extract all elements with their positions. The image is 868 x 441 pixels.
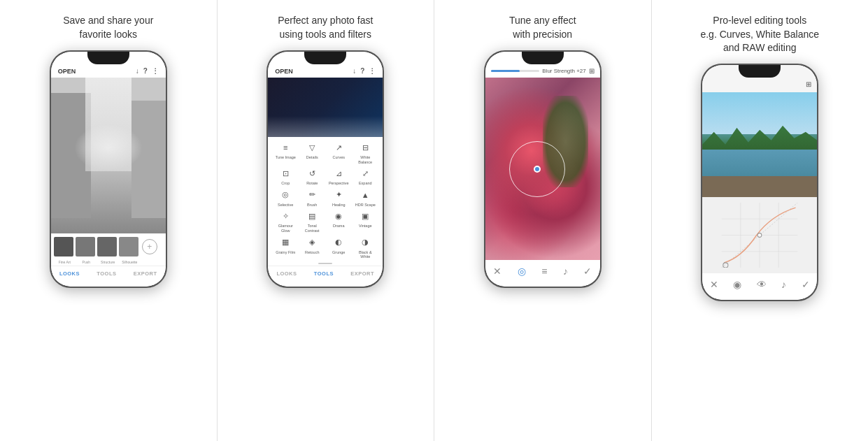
svg-point-8 — [723, 263, 728, 268]
tool-tune-image[interactable]: ≡ Tune Image — [273, 141, 297, 164]
grunge-label: Grunge — [332, 250, 345, 255]
phone4-screen: ⊞ — [702, 65, 817, 300]
adjust-icon[interactable]: ◎ — [518, 266, 526, 277]
selective-label: Selective — [278, 203, 293, 208]
tune-icon[interactable]: ≡ — [541, 266, 547, 277]
details-label: Details — [306, 155, 318, 160]
panel1-title: Save and share your favorite looks — [63, 14, 153, 42]
tonal-icon: ▤ — [304, 210, 320, 222]
topbar-icons: ↓ ? ⋮ — [136, 67, 159, 75]
tool-white-balance[interactable]: ⊟ White Balance — [353, 141, 377, 164]
cancel-icon[interactable]: ✕ — [493, 266, 501, 277]
thumb-1[interactable] — [54, 237, 73, 256]
tool-grunge[interactable]: ◐ Grunge — [327, 236, 350, 259]
crop-icon: ⊡ — [278, 167, 293, 180]
details-icon: ▽ — [304, 141, 320, 154]
rotate-label: Rotate — [306, 181, 318, 186]
compare-icon-4[interactable]: ⊞ — [806, 80, 811, 88]
curves-label: Curves — [333, 155, 345, 160]
nav2-looks[interactable]: LOOKS — [276, 270, 297, 277]
download-icon: ↓ — [136, 67, 139, 75]
panel3-title: Tune any effect with precision — [509, 14, 576, 42]
thumb-3[interactable] — [97, 237, 117, 256]
strength-label: Blur Strength +27 — [542, 68, 585, 74]
glamour-label: Glamour Glow — [273, 224, 297, 233]
tool-expand[interactable]: ⤢ Expand — [353, 167, 377, 186]
tool-brush[interactable]: ✏ Brush — [300, 189, 324, 208]
thumbnail-strip: + — [51, 233, 166, 260]
tool-crop[interactable]: ⊡ Crop — [273, 167, 297, 186]
panel-tune: Tune any effect with precision Blur Stre… — [434, 0, 652, 441]
photo-rocks — [702, 176, 817, 197]
healing-label: Healing — [332, 203, 346, 208]
label-structure: Structure — [97, 260, 119, 264]
confirm-icon[interactable]: ✓ — [583, 266, 592, 277]
panel2-title: Perfect any photo fast using tools and f… — [278, 14, 373, 42]
tool-curves[interactable]: ↗ Curves — [327, 141, 350, 164]
tool-grainy-film[interactable]: ▦ Grainy Film — [273, 236, 297, 259]
open-label-2: OPEN — [275, 68, 293, 75]
slider-bar[interactable] — [491, 70, 540, 72]
grainy-label: Grainy Film — [276, 250, 295, 255]
panel-tools: Perfect any photo fast using tools and f… — [218, 0, 435, 441]
thumb-2[interactable] — [76, 237, 95, 256]
phone4-bottom-nav: ✕ ◉ 👁 ♪ ✓ — [702, 273, 817, 300]
tune-image-label: Tune Image — [276, 155, 296, 160]
grainy-icon: ▦ — [278, 236, 293, 249]
grunge-icon: ◐ — [331, 236, 346, 249]
nav2-tools[interactable]: TOOLS — [314, 270, 334, 277]
tonal-label: Tonal Contrast — [300, 224, 324, 233]
curves-svg — [708, 203, 811, 268]
hdr-icon: ▲ — [357, 189, 373, 201]
info-icon: ? — [143, 67, 148, 75]
note-icon[interactable]: ♪ — [563, 266, 568, 277]
phone-2: OPEN ↓ ? ⋮ ≡ Tune Image ▽ — [266, 50, 384, 288]
perspective-icon: ⊿ — [331, 167, 346, 180]
nav2-export[interactable]: EXPORT — [350, 270, 374, 277]
eye-icon-4[interactable]: 👁 — [757, 279, 767, 290]
compare-icon[interactable]: ⊞ — [589, 67, 595, 75]
tool-drama[interactable]: ◉ Drama — [327, 210, 350, 233]
thumb-labels: Fine Art Push Structure Silhouette — [51, 260, 166, 266]
brush-label: Brush — [307, 203, 317, 208]
tool-selective[interactable]: ◎ Selective — [273, 189, 297, 208]
tool-hdr-scape[interactable]: ▲ HDR Scape — [353, 189, 377, 208]
curves-icon: ↗ — [331, 141, 346, 154]
street-photo — [51, 78, 166, 233]
nav-looks[interactable]: LOOKS — [59, 270, 80, 277]
phone3-screen: Blur Strength +27 ⊞ ✕ ◎ ≡ ♪ ✓ — [485, 52, 600, 287]
panel-curves: Pro-level editing tools e.g. Curves, Whi… — [652, 0, 869, 441]
circle-icon-4[interactable]: ◉ — [733, 279, 741, 290]
hdr-label: HDR Scape — [355, 203, 376, 208]
tool-healing[interactable]: ✦ Healing — [327, 189, 350, 208]
curves-area[interactable] — [702, 197, 817, 273]
panel-looks: Save and share your favorite looks OPEN … — [0, 0, 218, 441]
retouch-icon: ◈ — [304, 236, 320, 249]
tool-rotate[interactable]: ↺ Rotate — [300, 167, 324, 186]
tool-tonal[interactable]: ▤ Tonal Contrast — [300, 210, 324, 233]
thumb-4[interactable] — [119, 237, 138, 256]
selective-icon: ◎ — [278, 189, 293, 201]
tool-retouch[interactable]: ◈ Retouch — [300, 236, 324, 259]
label-fineart: Fine Art — [54, 260, 76, 264]
phone2-photo — [268, 78, 383, 137]
cancel-icon-4[interactable]: ✕ — [710, 279, 718, 290]
confirm-icon-4[interactable]: ✓ — [802, 279, 810, 290]
tool-details[interactable]: ▽ Details — [300, 141, 324, 164]
nav-export[interactable]: EXPORT — [134, 270, 157, 277]
note-icon-4[interactable]: ♪ — [781, 279, 786, 290]
phone3-bottom-nav: ✕ ◎ ≡ ♪ ✓ — [485, 260, 600, 287]
svg-point-7 — [757, 233, 762, 237]
more-icon-2: ⋮ — [369, 67, 376, 75]
selective-dot[interactable] — [534, 166, 541, 173]
tool-perspective[interactable]: ⊿ Perspective — [327, 167, 350, 186]
building-left — [51, 93, 91, 217]
tool-bw[interactable]: ◑ Black & White — [353, 236, 377, 259]
add-look-button[interactable]: + — [142, 239, 157, 254]
label-silhouette: Silhouette — [119, 260, 141, 264]
nav-tools[interactable]: TOOLS — [97, 270, 116, 277]
bottom-nav: LOOKS TOOLS EXPORT — [51, 266, 166, 287]
tool-vintage[interactable]: ▣ Vintage — [353, 210, 377, 233]
download-icon-2: ↓ — [353, 67, 356, 75]
tool-glamour[interactable]: ✧ Glamour Glow — [273, 210, 297, 233]
